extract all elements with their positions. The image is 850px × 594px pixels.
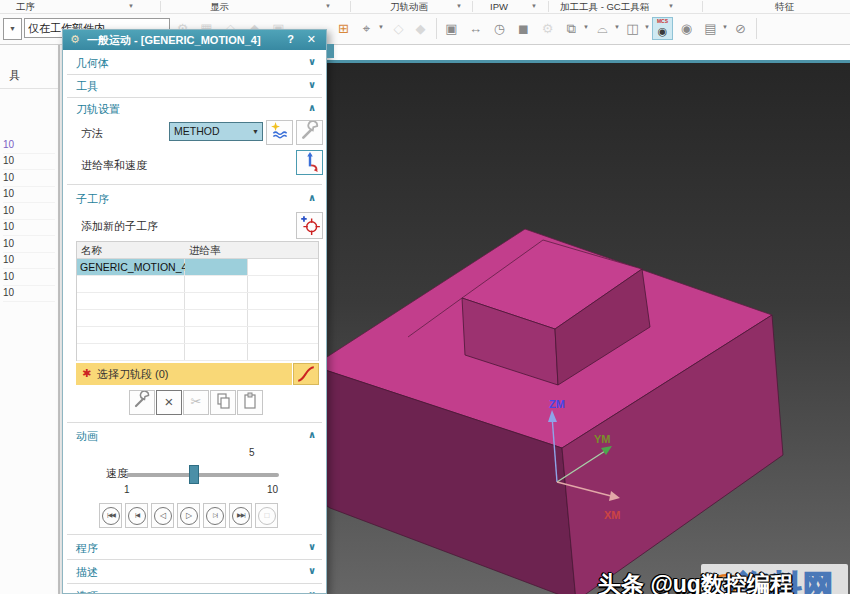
navigator-column-header[interactable]: 具 [9, 68, 20, 83]
playback-step-back-button[interactable]: ◁ [151, 503, 174, 528]
toolbar-separator [436, 18, 437, 39]
copy-subop-button[interactable] [210, 390, 236, 415]
divider [67, 184, 322, 185]
type-filter-combo[interactable]: ▼ [3, 18, 22, 40]
curve-select-button[interactable] [293, 363, 319, 385]
add-subop-button[interactable] [296, 212, 323, 239]
show-solid-icon[interactable]: ◼ [513, 17, 534, 40]
dropdown-icon[interactable]: ▼ [456, 3, 462, 9]
navigator-row[interactable]: 10 [3, 236, 55, 253]
playback-step-forward-button[interactable]: ▷| [203, 503, 226, 528]
navigator-row[interactable]: 10 [3, 219, 55, 236]
ipw-window-icon[interactable]: ⧉ [561, 17, 582, 40]
cutter-display-icon[interactable]: ⌓ [592, 17, 613, 40]
paste-subop-button[interactable] [237, 390, 263, 415]
chevron-down-icon[interactable]: ∨ [308, 589, 316, 593]
playback-stop-button[interactable]: □ [255, 503, 278, 528]
toolpath-range-icon[interactable]: ↔ [465, 17, 486, 40]
combo-arrow-icon[interactable]: ▼ [252, 128, 259, 135]
select-toolpath-prompt[interactable]: ✱ 选择刀轨段 (0) [76, 363, 292, 385]
navigator-row[interactable]: 10 [3, 285, 55, 302]
table-row[interactable] [77, 310, 318, 327]
new-method-button[interactable] [266, 120, 293, 145]
layer-settings-icon[interactable]: ▤ [700, 17, 721, 40]
section-description[interactable]: 描述 ∨ [63, 562, 326, 582]
table-row[interactable] [77, 344, 318, 361]
edit-subop-button[interactable] [129, 390, 155, 415]
dropdown-icon[interactable]: ▼ [378, 24, 384, 30]
show-mcs-eye-icon[interactable]: MCS ◉ [652, 17, 673, 40]
dropdown-icon[interactable]: ▼ [128, 3, 134, 9]
show-blank-icon[interactable]: ◆ [410, 17, 431, 40]
dropdown-icon[interactable]: ▼ [722, 24, 728, 30]
section-options[interactable]: 选项 ∨ [63, 586, 326, 593]
ribbon-group-feature[interactable]: 特征 [775, 1, 794, 14]
tool-position-icon[interactable]: ⌖ [356, 17, 377, 40]
speed-slider-thumb[interactable] [189, 465, 199, 484]
section-tool[interactable]: 工具 ∨ [63, 76, 326, 96]
chevron-up-icon[interactable]: ∧ [308, 102, 316, 113]
dropdown-icon[interactable]: ▼ [644, 24, 650, 30]
toolpath-replay-icon[interactable]: ▣ [441, 17, 462, 40]
speed-slider-track[interactable] [126, 473, 279, 477]
selected-cell[interactable]: GENERIC_MOTION_4 [77, 259, 184, 275]
navigator-row[interactable]: 10 [3, 137, 55, 154]
geometry-eye-icon[interactable]: ◉ [676, 17, 697, 40]
table-row[interactable]: GENERIC_MOTION_4 [77, 259, 318, 276]
hide-all-eye-icon[interactable]: ⊘ [730, 17, 751, 40]
dropdown-icon[interactable]: ▼ [583, 24, 589, 30]
section-subop[interactable]: 子工序 ∧ [63, 189, 326, 209]
dialog-titlebar[interactable]: ⚙ 一般运动 - [GENERIC_MOTION_4] ? ✕ [63, 30, 326, 50]
playback-go-to-end-button[interactable]: ▶▶| [229, 503, 252, 528]
navigator-row[interactable]: 10 [3, 153, 55, 170]
ribbon-group-toolpath-animation[interactable]: 刀轨动画 [390, 1, 428, 14]
chevron-down-icon[interactable]: ∨ [308, 565, 316, 576]
dropdown-icon[interactable]: ▼ [531, 3, 537, 9]
chevron-down-icon[interactable]: ∨ [308, 79, 316, 90]
graphics-viewport[interactable]: ZM YM XM XS 资料网 ZL.XS1616.COM 头条 @ug数控编程 [327, 44, 850, 594]
display-tool-icon[interactable]: ⊞ [333, 17, 354, 40]
navigator-row[interactable]: 10 [3, 252, 55, 269]
table-row[interactable] [77, 327, 318, 344]
section-animation[interactable]: 动画 ∧ [63, 426, 326, 446]
selected-cell[interactable] [185, 259, 247, 275]
dropdown-icon[interactable]: ▼ [668, 3, 674, 9]
navigator-row[interactable]: 10 [3, 203, 55, 220]
ribbon-group-display[interactable]: 显示 [210, 1, 229, 14]
chevron-down-icon[interactable]: ∨ [308, 56, 316, 67]
section-geometry[interactable]: 几何体 ∨ [63, 53, 326, 73]
navigator-row[interactable]: 10 [3, 170, 55, 187]
ribbon-group-operation[interactable]: 工序 [16, 1, 35, 14]
graphics-area[interactable]: ZM YM XM XS 资料网 ZL.XS1616.COM 头条 @ug数控编程 [327, 63, 850, 594]
gears-icon[interactable]: ⚙ [537, 17, 558, 40]
chevron-up-icon[interactable]: ∧ [308, 429, 316, 440]
ribbon-group-ipw[interactable]: IPW [490, 1, 508, 12]
subop-table[interactable]: 名称 进给率 GENERIC_MOTION_4 [76, 241, 319, 361]
show-model-icon[interactable]: ◇ [388, 17, 409, 40]
close-button[interactable]: ✕ [307, 33, 316, 46]
help-button[interactable]: ? [287, 33, 294, 45]
section-path-settings[interactable]: 刀轨设置 ∧ [63, 99, 326, 119]
chevron-down-icon[interactable]: ∨ [308, 541, 316, 552]
section-program[interactable]: 程序 ∨ [63, 538, 326, 558]
dropdown-icon[interactable]: ▼ [614, 24, 620, 30]
navigator-row[interactable]: 10 [3, 186, 55, 203]
table-header-row[interactable]: 名称 进给率 [77, 242, 318, 259]
ribbon-group-gc-toolbox[interactable]: 加工工具 - GC工具箱 [560, 1, 649, 14]
table-row[interactable] [77, 293, 318, 310]
toolpath-simulate-icon[interactable]: ◷ [489, 17, 510, 40]
playback-previous-button[interactable]: |◀ [125, 503, 148, 528]
edit-method-button[interactable] [296, 120, 323, 145]
navigator-row[interactable]: 10 [3, 269, 55, 286]
feeds-and-speeds-button[interactable] [296, 150, 323, 175]
playback-go-to-start-button[interactable]: |◀◀ [99, 503, 122, 528]
table-row[interactable] [77, 276, 318, 293]
playback-play-button[interactable]: ▷ [177, 503, 200, 528]
cut-subop-button[interactable]: ✂ [183, 390, 209, 415]
method-combo[interactable]: METHOD ▼ [169, 122, 263, 141]
ipw-stock-icon[interactable]: ◫ [622, 17, 643, 40]
delete-subop-button[interactable]: × [156, 390, 182, 415]
dropdown-icon[interactable]: ▼ [325, 3, 331, 9]
go-to-start-icon: |◀◀ [102, 507, 120, 525]
chevron-up-icon[interactable]: ∧ [308, 192, 316, 203]
